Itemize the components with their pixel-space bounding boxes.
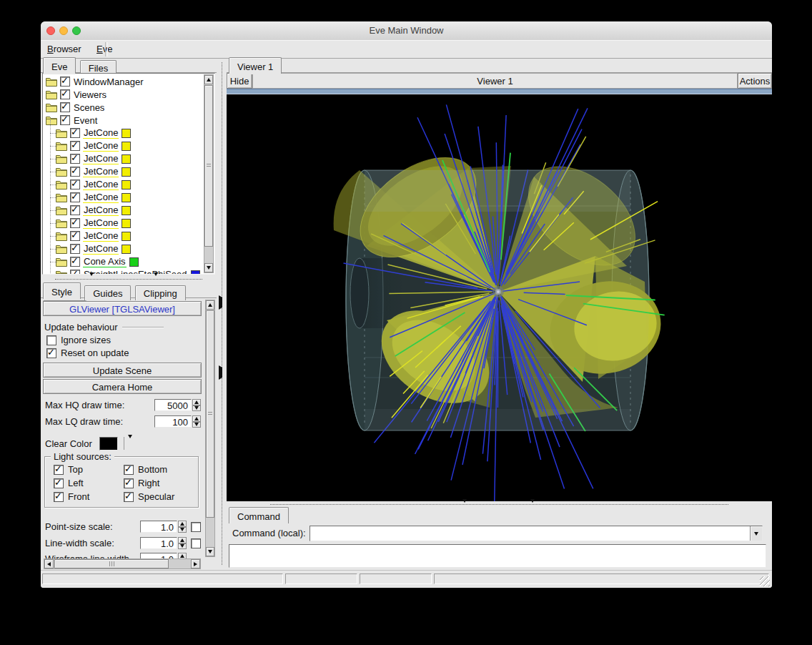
tree-item-color-swatch[interactable] — [122, 206, 131, 215]
line-width-checkbox[interactable] — [191, 538, 201, 548]
ignore-sizes-checkbox[interactable]: Ignore sizes — [46, 335, 111, 345]
tree-item[interactable]: JetCone — [44, 139, 203, 152]
tree-item-checkbox[interactable] — [70, 141, 80, 151]
scrollbar-thumb[interactable] — [54, 559, 169, 568]
tree-item-label[interactable]: Cone Axis — [83, 256, 127, 267]
max-lq-spinner[interactable]: 100 — [154, 415, 201, 428]
spin-up-button[interactable] — [192, 399, 201, 405]
tree-item-label[interactable]: JetCone — [83, 166, 119, 177]
tree-item-label[interactable]: JetCone — [83, 127, 119, 139]
max-hq-spinner[interactable]: 5000 — [154, 399, 201, 411]
clear-color-swatch[interactable] — [99, 437, 118, 450]
tree-item-checkbox[interactable] — [70, 128, 80, 138]
tree-item-checkbox[interactable] — [60, 77, 70, 87]
tab-style[interactable]: Style — [43, 282, 81, 299]
tree-item-label[interactable]: JetCone — [83, 179, 119, 190]
reset-on-update-checkbox[interactable]: Reset on update — [46, 348, 129, 358]
clear-color-dropdown[interactable] — [128, 438, 132, 449]
title-bar[interactable]: Eve Main Window — [41, 21, 772, 41]
spin-up-button[interactable] — [192, 415, 201, 422]
light-source-bottom[interactable]: Bottom — [124, 464, 194, 475]
tree-item[interactable]: Cone Axis — [44, 255, 203, 268]
tree-item-label[interactable]: JetCone — [83, 230, 119, 242]
tree-item-label[interactable]: Scenes — [73, 102, 105, 113]
tree-item-color-swatch[interactable] — [122, 154, 131, 164]
tree-item-checkbox[interactable] — [70, 270, 80, 274]
camera-home-button[interactable]: Camera Home — [43, 379, 202, 394]
tab-viewer-1[interactable]: Viewer 1 — [229, 57, 282, 74]
tree-item[interactable]: StraightLinesEtaPhiSeed — [44, 268, 203, 274]
tree-item[interactable]: Viewers — [44, 88, 203, 101]
sidebar-horizontal-splitter[interactable] — [41, 275, 217, 282]
tree-item-checkbox[interactable] — [70, 192, 80, 202]
tree-item-checkbox[interactable] — [70, 218, 80, 228]
tree-item-checkbox[interactable] — [70, 205, 80, 215]
tree-item-label[interactable]: Event — [73, 115, 98, 126]
tree-item-color-swatch[interactable] — [122, 232, 131, 241]
tree-item-label[interactable]: JetCone — [83, 243, 119, 255]
tree-item-label[interactable]: JetCone — [83, 217, 119, 229]
tree-item-checkbox[interactable] — [70, 244, 80, 254]
tree-item-color-swatch[interactable] — [129, 257, 139, 267]
tree-item-color-swatch[interactable] — [122, 193, 131, 202]
tree-item[interactable]: JetCone — [44, 152, 203, 165]
scrollbar-thumb[interactable] — [204, 85, 213, 247]
tree-item-color-swatch[interactable] — [122, 219, 131, 228]
tree-item-checkbox[interactable] — [60, 102, 70, 112]
tree-item-label[interactable]: JetCone — [83, 153, 119, 164]
style-horizontal-scrollbar[interactable] — [44, 558, 201, 569]
tree-item[interactable]: Event — [44, 114, 203, 127]
command-input[interactable] — [310, 526, 750, 541]
tab-eve[interactable]: Eve — [43, 57, 76, 74]
wireframe-width-spinner[interactable]: 1.0 — [140, 553, 187, 558]
scroll-up-button[interactable] — [206, 300, 214, 310]
command-combobox[interactable] — [310, 526, 763, 541]
menu-browser[interactable]: Browser — [41, 41, 88, 54]
spin-down-button[interactable] — [192, 422, 201, 428]
update-scene-button[interactable]: Update Scene — [43, 363, 202, 378]
resize-grip-icon[interactable] — [760, 576, 770, 586]
tree-item-checkbox[interactable] — [70, 154, 80, 164]
tree-item-checkbox[interactable] — [70, 257, 80, 267]
tree-item-label[interactable]: JetCone — [83, 140, 119, 152]
hide-button[interactable]: Hide — [227, 73, 252, 89]
point-size-spinner[interactable]: 1.0 — [140, 521, 187, 533]
tree-vertical-scrollbar[interactable] — [204, 74, 214, 273]
tree-item-color-swatch[interactable] — [122, 142, 131, 151]
tree-item[interactable]: JetCone — [44, 191, 203, 204]
scroll-left-button[interactable] — [44, 559, 54, 568]
glviewer-button[interactable]: GLViewer [TGLSAViewer] — [43, 301, 202, 316]
tree-item-checkbox[interactable] — [60, 89, 70, 99]
tree-item[interactable]: WindowManager — [44, 75, 203, 88]
tree-item-label[interactable]: StraightLinesEtaPhiSeed — [83, 269, 188, 274]
tree-item[interactable]: JetCone — [44, 204, 203, 217]
tree-item-label[interactable]: WindowManager — [73, 77, 144, 87]
scroll-right-button[interactable] — [191, 559, 200, 568]
tree-item-label[interactable]: JetCone — [83, 192, 119, 203]
tree-item[interactable]: JetCone — [44, 165, 203, 178]
tree-item-label[interactable]: JetCone — [83, 205, 119, 216]
tree-item-checkbox[interactable] — [60, 115, 70, 125]
command-splitter[interactable] — [227, 501, 772, 507]
scroll-down-button[interactable] — [206, 547, 214, 556]
style-vertical-scrollbar[interactable] — [205, 300, 215, 557]
light-source-front[interactable]: Front — [54, 491, 124, 502]
tree-item[interactable]: JetCone — [44, 178, 203, 191]
menu-eve[interactable]: Eve — [90, 41, 119, 54]
main-vertical-splitter[interactable] — [217, 57, 227, 570]
light-source-top[interactable]: Top — [54, 464, 124, 475]
tree-item-checkbox[interactable] — [70, 231, 80, 241]
tree-item[interactable]: JetCone — [44, 230, 203, 242]
tree-item[interactable]: JetCone — [44, 217, 203, 230]
tree-item-color-swatch[interactable] — [191, 270, 200, 275]
tree-item-color-swatch[interactable] — [122, 180, 131, 189]
point-size-checkbox[interactable] — [191, 522, 201, 532]
tree-item-color-swatch[interactable] — [122, 167, 131, 177]
scroll-up-button[interactable] — [204, 75, 213, 84]
light-source-specular[interactable]: Specular — [124, 491, 194, 502]
gl-viewport[interactable] — [227, 94, 772, 501]
command-output[interactable] — [229, 544, 766, 568]
tree-item-checkbox[interactable] — [70, 179, 80, 189]
light-source-right[interactable]: Right — [124, 478, 194, 488]
tree-item-label[interactable]: Viewers — [73, 89, 107, 100]
